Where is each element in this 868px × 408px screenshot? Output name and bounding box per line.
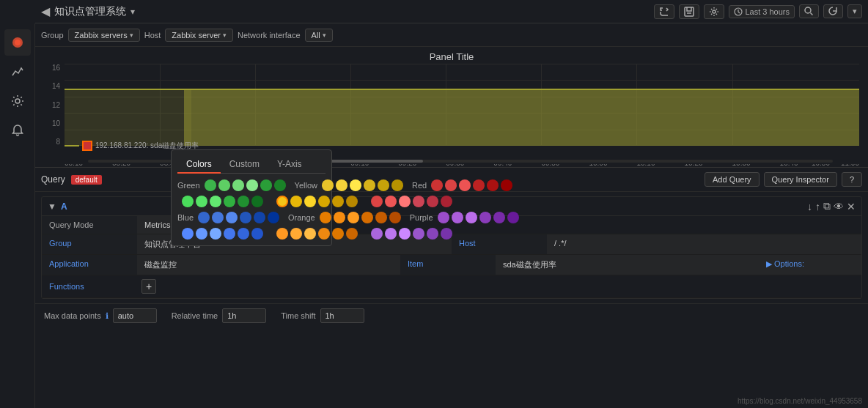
cp-dot-green-1[interactable] (205, 179, 216, 191)
cp-dot-g2-4[interactable] (224, 196, 235, 207)
move-up-button[interactable]: ↑ (815, 200, 820, 212)
cp-dot-green-3[interactable] (232, 179, 244, 191)
host-row-value[interactable]: / .*/ (547, 234, 861, 254)
cp-dot-o2-1[interactable] (276, 228, 288, 240)
cp-dot-green-5[interactable] (260, 179, 272, 191)
cp-dot-blue-6[interactable] (268, 212, 279, 223)
cp-dot-purple-4[interactable] (479, 212, 491, 223)
group-filter-button[interactable]: Zabbix servers ▾ (68, 29, 140, 42)
cp-dot-red-4[interactable] (473, 179, 485, 191)
cp-dot-r2-6[interactable] (441, 196, 452, 207)
cp-dot-p2-1[interactable] (371, 228, 383, 240)
relative-time-input[interactable] (222, 308, 266, 323)
duplicate-button[interactable]: ⧉ (823, 200, 831, 212)
back-button[interactable]: ◀ (41, 4, 50, 18)
cp-dot-g2-2[interactable] (196, 196, 207, 207)
sidebar-icon-settings[interactable] (4, 88, 31, 114)
sidebar-icon-layers[interactable] (4, 29, 31, 56)
share-button[interactable] (654, 4, 674, 19)
cp-dot-yellow-1[interactable] (322, 179, 334, 191)
cp-dot-purple-6[interactable] (507, 212, 519, 223)
cp-dot-orange-6[interactable] (389, 212, 401, 223)
cp-dot-b2-6[interactable] (251, 228, 263, 240)
refresh-button[interactable] (823, 4, 843, 18)
cp-dot-red-1[interactable] (431, 179, 443, 191)
item-row-value[interactable]: sda磁盘使用率 (496, 255, 759, 275)
cp-dot-green-4[interactable] (246, 179, 258, 191)
cp-dot-r2-5[interactable] (427, 196, 438, 207)
cp-dot-red-6[interactable] (501, 179, 512, 191)
cp-dot-b2-2[interactable] (196, 228, 207, 240)
cp-dot-purple-2[interactable] (452, 212, 463, 223)
cp-dot-yellow-5[interactable] (378, 179, 389, 191)
query-inspector-button[interactable]: Query Inspector (764, 172, 837, 187)
application-row-value[interactable]: 磁盘监控 (137, 255, 400, 275)
cp-dot-orange-3[interactable] (347, 212, 359, 223)
cp-dot-b2-5[interactable] (238, 228, 249, 240)
cp-dot-purple-5[interactable] (493, 212, 505, 223)
save-button[interactable] (679, 4, 699, 19)
cp-tab-custom[interactable]: Custom (221, 156, 268, 173)
cp-dot-p2-2[interactable] (385, 228, 397, 240)
cp-dot-red-5[interactable] (487, 179, 499, 191)
cp-dot-yellow-2[interactable] (336, 179, 347, 191)
cp-dot-orange-4[interactable] (361, 212, 373, 223)
refresh-dropdown[interactable]: ▾ (847, 4, 862, 18)
settings-button[interactable] (704, 4, 724, 19)
cp-dot-red-3[interactable] (459, 179, 471, 191)
time-range-button[interactable]: Last 3 hours (729, 5, 795, 18)
cp-dot-r2-1[interactable] (371, 196, 383, 207)
options-link[interactable]: ▶ Options: (759, 255, 861, 275)
cp-dot-yellow-4[interactable] (364, 179, 375, 191)
cp-dot-green-6[interactable] (274, 179, 286, 191)
cp-tab-yaxis[interactable]: Y-Axis (268, 156, 311, 173)
cp-dot-b2-4[interactable] (224, 228, 235, 240)
cp-dot-blue-5[interactable] (254, 212, 265, 223)
sidebar-icon-chart[interactable] (4, 59, 31, 85)
cp-dot-o2-5[interactable] (332, 228, 344, 240)
delete-button[interactable]: ✕ (847, 200, 856, 212)
cp-dot-green-2[interactable] (218, 179, 230, 191)
cp-dot-b2-1[interactable] (182, 228, 194, 240)
cp-dot-g2-6[interactable] (251, 196, 263, 207)
sidebar-icon-bell[interactable] (4, 117, 31, 144)
cp-dot-g2-1[interactable] (182, 196, 194, 207)
add-function-button[interactable]: + (141, 279, 156, 294)
cp-dot-r2-3[interactable] (399, 196, 411, 207)
cp-dot-purple-3[interactable] (466, 212, 477, 223)
cp-dot-o2-6[interactable] (346, 228, 358, 240)
time-shift-input[interactable] (320, 308, 364, 323)
cp-dot-o2-3[interactable] (304, 228, 316, 240)
cp-dot-blue-1[interactable] (198, 212, 210, 223)
cp-dot-o2-4[interactable] (318, 228, 330, 240)
cp-dot-y2-2[interactable] (290, 196, 302, 207)
cp-dot-g2-3[interactable] (210, 196, 221, 207)
cp-tab-colors[interactable]: Colors (177, 156, 221, 174)
search-button[interactable] (799, 4, 819, 18)
cp-dot-y2-4[interactable] (318, 196, 330, 207)
cp-dot-purple-1[interactable] (438, 212, 449, 223)
cp-dot-blue-2[interactable] (212, 212, 224, 223)
cp-dot-orange-5[interactable] (375, 212, 387, 223)
cp-dot-yellow-6[interactable] (391, 179, 403, 191)
collapse-icon[interactable]: ▼ (48, 201, 56, 212)
move-down-button[interactable]: ↓ (807, 200, 812, 212)
cp-dot-y2-1[interactable] (276, 196, 288, 207)
cp-dot-orange-1[interactable] (320, 212, 331, 223)
add-query-button[interactable]: Add Query (705, 172, 760, 187)
cp-dot-g2-5[interactable] (238, 196, 249, 207)
max-data-points-input[interactable] (113, 308, 157, 323)
cp-dot-red-2[interactable] (445, 179, 457, 191)
cp-dot-y2-3[interactable] (304, 196, 316, 207)
legend-color-selector[interactable] (82, 141, 92, 151)
host-filter-button[interactable]: Zabbix server ▾ (165, 29, 233, 42)
cp-dot-y2-5[interactable] (332, 196, 344, 207)
cp-dot-yellow-3[interactable] (350, 179, 361, 191)
cp-dot-p2-5[interactable] (427, 228, 438, 240)
cp-dot-p2-4[interactable] (413, 228, 424, 240)
cp-dot-o2-2[interactable] (290, 228, 302, 240)
cp-dot-blue-4[interactable] (240, 212, 251, 223)
help-button[interactable]: ? (842, 172, 862, 187)
cp-dot-r2-4[interactable] (413, 196, 424, 207)
cp-dot-orange-2[interactable] (334, 212, 345, 223)
